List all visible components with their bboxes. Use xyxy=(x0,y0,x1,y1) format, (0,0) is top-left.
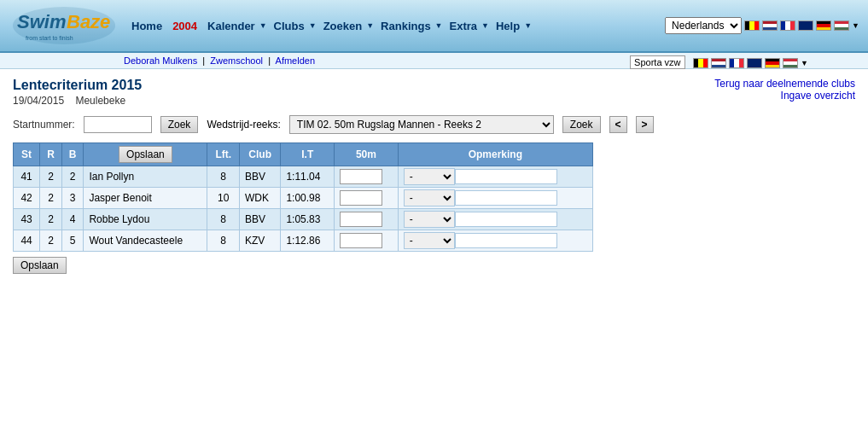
cell-opmerking[interactable]: -DNSDNFDQNT xyxy=(398,188,592,209)
cell-r: 2 xyxy=(40,209,62,230)
kalender-dropdown-icon: ▼ xyxy=(259,21,267,30)
flag-dropdown-arrow[interactable]: ▼ xyxy=(852,21,859,30)
startnummer-label: Startnummer: xyxy=(13,119,75,131)
nav-zoeken[interactable]: Zoeken ▼ xyxy=(320,18,374,34)
svg-text:from start to finish: from start to finish xyxy=(26,35,73,41)
col-it: I.T xyxy=(281,143,335,166)
cell-opmerking[interactable]: -DNSDNFDQNT xyxy=(398,230,592,252)
cell-50m[interactable] xyxy=(335,230,399,252)
svg-text:Swim: Swim xyxy=(17,11,66,32)
sub-flag-hu xyxy=(783,58,798,68)
cell-club: WDK xyxy=(239,188,280,209)
sublink-deborah[interactable]: Deborah Mulkens xyxy=(124,55,197,66)
flag-uk[interactable] xyxy=(798,20,813,31)
nav-kalender[interactable]: Kalender ▼ xyxy=(204,18,267,34)
sub-flag-uk xyxy=(747,58,762,68)
remark-text-input[interactable] xyxy=(455,233,557,248)
cell-opmerking[interactable]: -DNSDNFDQNT xyxy=(398,209,592,230)
logo-area: Swim Baze from start to finish xyxy=(9,4,119,47)
flag-belgium[interactable] xyxy=(744,20,760,31)
remark-text-input[interactable] xyxy=(455,169,557,184)
svg-text:Baze: Baze xyxy=(67,11,110,32)
event-title: Lentecriterium 2015 xyxy=(13,78,142,93)
nav-year[interactable]: 2004 xyxy=(169,18,201,34)
cell-it: 1:00.98 xyxy=(281,188,335,209)
cell-lft: 8 xyxy=(207,166,239,188)
cell-lft: 10 xyxy=(207,188,239,209)
wedstrijd-label: Wedstrijd-reeks: xyxy=(207,119,280,131)
sub-flag-dropdown[interactable]: ▼ xyxy=(801,59,808,67)
next-button[interactable]: > xyxy=(636,116,654,133)
rankings-dropdown-icon: ▼ xyxy=(435,21,443,30)
sublink-afmelden[interactable]: Afmelden xyxy=(276,55,315,66)
cell-50m[interactable] xyxy=(335,188,399,209)
nav-clubs[interactable]: Clubs ▼ xyxy=(271,18,317,34)
back-to-clubs-link[interactable]: Terug naar deelnemende clubs xyxy=(714,78,855,90)
remark-select[interactable]: -DNSDNFDQNT xyxy=(404,168,455,185)
cell-st: 42 xyxy=(14,188,40,209)
sublink-zwemschool[interactable]: Zwemschool xyxy=(210,55,263,66)
50m-input[interactable] xyxy=(340,233,382,248)
col-b: B xyxy=(61,143,84,166)
event-location: Meulebeke xyxy=(75,95,125,107)
table-header-row: St R B Opslaan Lft. Club I.T 50m Opmerki… xyxy=(14,143,593,166)
header: Swim Baze from start to finish Home 2004… xyxy=(0,0,868,53)
cell-b: 4 xyxy=(61,209,84,230)
cell-name: Jasper Benoit xyxy=(84,188,207,209)
nav-extra[interactable]: Extra ▼ xyxy=(446,18,489,34)
remark-text-input[interactable] xyxy=(455,190,557,206)
cell-lft: 8 xyxy=(207,209,239,230)
startnummer-zoek-button[interactable]: Zoek xyxy=(160,116,199,133)
wedstrijd-zoek-button[interactable]: Zoek xyxy=(562,116,601,133)
flag-netherlands[interactable] xyxy=(762,20,778,31)
cell-lft: 8 xyxy=(207,230,239,252)
col-50m: 50m xyxy=(335,143,399,166)
remark-select[interactable]: -DNSDNFDQNT xyxy=(404,189,455,206)
cell-name: Robbe Lydou xyxy=(84,209,207,230)
language-select[interactable]: Nederlands English Français Deutsch xyxy=(665,17,742,34)
ingave-overview-link[interactable]: Ingave overzicht xyxy=(714,90,855,102)
flag-hungary[interactable] xyxy=(834,20,849,31)
bottom-opslaan-button[interactable]: Opslaan xyxy=(13,257,67,274)
cell-it: 1:05.83 xyxy=(281,209,335,230)
50m-input[interactable] xyxy=(340,190,382,206)
cell-opmerking[interactable]: -DNSDNFDQNT xyxy=(398,166,592,188)
sporta-button[interactable]: Sporta vzw xyxy=(630,55,684,69)
cell-b: 2 xyxy=(61,166,84,188)
col-opslaan: Opslaan xyxy=(84,143,207,166)
col-opmerking: Opmerking xyxy=(398,143,592,166)
table-row: 4122Ian Pollyn8BBV1:11.04-DNSDNFDQNT xyxy=(14,166,593,188)
nav-rankings[interactable]: Rankings ▼ xyxy=(377,18,442,34)
lang-area: Nederlands English Français Deutsch ▼ xyxy=(665,17,859,34)
sub-flag-be xyxy=(693,58,708,68)
table-row: 4425Wout Vandecasteele8KZV1:12.86-DNSDNF… xyxy=(14,230,593,252)
startnummer-input[interactable] xyxy=(84,116,152,133)
table-row: 4223Jasper Benoit10WDK1:00.98-DNSDNFDQNT xyxy=(14,188,593,209)
cell-b: 5 xyxy=(61,230,84,252)
cell-50m[interactable] xyxy=(335,166,399,188)
main-content: Lentecriterium 2015 19/04/2015 Meulebeke… xyxy=(0,69,868,282)
header-opslaan-button[interactable]: Opslaan xyxy=(119,146,172,163)
remark-select[interactable]: -DNSDNFDQNT xyxy=(404,211,455,228)
cell-r: 2 xyxy=(40,230,62,252)
col-r: R xyxy=(40,143,62,166)
nav-help[interactable]: Help ▼ xyxy=(492,18,532,34)
50m-input[interactable] xyxy=(340,169,382,184)
wedstrijd-select[interactable]: TIM 02. 50m Rugslag Mannen - Reeks 2 xyxy=(289,115,554,134)
remark-text-input[interactable] xyxy=(455,212,557,227)
flag-germany[interactable] xyxy=(816,20,831,31)
cell-50m[interactable] xyxy=(335,209,399,230)
50m-input[interactable] xyxy=(340,212,382,227)
col-club: Club xyxy=(239,143,280,166)
event-date-text: 19/04/2015 xyxy=(13,95,64,107)
nav-home[interactable]: Home xyxy=(128,18,166,34)
remark-select[interactable]: -DNSDNFDQNT xyxy=(404,232,455,249)
top-links: Terug naar deelnemende clubs Ingave over… xyxy=(714,78,855,102)
cell-club: BBV xyxy=(239,209,280,230)
table-row: 4324Robbe Lydou8BBV1:05.83-DNSDNFDQNT xyxy=(14,209,593,230)
prev-button[interactable]: < xyxy=(609,116,627,133)
cell-st: 44 xyxy=(14,230,40,252)
flag-france[interactable] xyxy=(780,20,795,31)
search-row: Startnummer: Zoek Wedstrijd-reeks: TIM 0… xyxy=(13,115,855,134)
cell-b: 3 xyxy=(61,188,84,209)
